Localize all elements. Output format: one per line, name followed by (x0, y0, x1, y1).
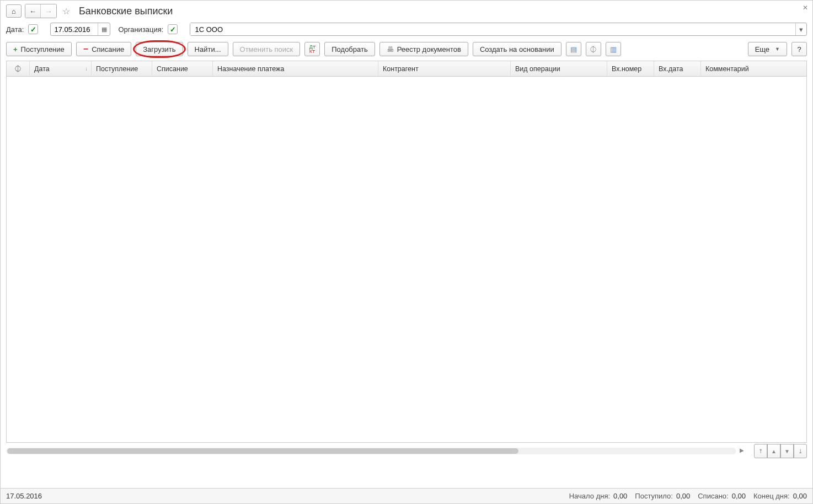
date-field[interactable]: ▦ (50, 23, 110, 36)
cancel-search-label: Отменить поиск (240, 45, 293, 53)
organization-field[interactable]: ▾ (190, 23, 807, 36)
scroll-right-icon[interactable]: ▶ (740, 447, 744, 453)
home-button[interactable]: ⌂ (6, 4, 22, 18)
load-label: Загрузить (143, 45, 175, 53)
attach-button[interactable]: ⏀ (586, 42, 601, 56)
arrow-left-icon: ← (29, 7, 36, 15)
begin-value: 0,00 (613, 492, 627, 500)
statements-grid: ⏀ Дата↓ Поступление Списание Назначение … (6, 61, 807, 443)
minus-icon: − (83, 44, 88, 54)
pick-button[interactable]: Подобрать (324, 42, 375, 56)
outflow-button[interactable]: − Списание (76, 42, 131, 56)
grid-body (7, 77, 806, 442)
outflow-label: Списание (92, 45, 124, 53)
plus-icon: + (13, 45, 18, 53)
chevron-down-icon[interactable]: ▾ (795, 23, 806, 35)
chevron-down-icon: ▼ (775, 46, 780, 52)
col-comment[interactable]: Комментарий (701, 61, 806, 76)
in-value: 0,00 (676, 492, 690, 500)
page-title: Банковские выписки (79, 6, 173, 17)
end-value: 0,00 (793, 492, 807, 500)
in-label: Поступило: (635, 492, 673, 500)
date-input[interactable] (51, 25, 98, 34)
back-button[interactable]: ← (25, 4, 41, 18)
col-purpose[interactable]: Назначение платежа (213, 61, 378, 76)
inflow-label: Поступление (21, 45, 65, 53)
page-button[interactable]: ▤ (566, 42, 581, 56)
list-button[interactable]: ▥ (606, 42, 621, 56)
dtkt-icon: ДᴛКᴛ (309, 45, 315, 53)
more-button[interactable]: Еще ▼ (748, 42, 787, 56)
forward-button[interactable]: → (41, 4, 56, 18)
col-op-type[interactable]: Вид операции (511, 61, 607, 76)
col-in-number[interactable]: Вх.номер (607, 61, 654, 76)
end-label: Конец дня: (753, 492, 790, 500)
favorite-star-icon[interactable]: ☆ (62, 6, 70, 17)
paperclip-icon: ⏀ (590, 45, 597, 53)
status-date: 17.05.2016 (6, 492, 42, 500)
help-icon: ? (797, 45, 801, 53)
out-label: Списано: (698, 492, 728, 500)
scroll-down-button[interactable]: ▼ (780, 444, 794, 458)
arrow-right-icon: → (45, 7, 52, 15)
col-in-date[interactable]: Вх.дата (654, 61, 701, 76)
cancel-search-button[interactable]: Отменить поиск (233, 42, 301, 56)
horizontal-scrollbar[interactable]: ▶ (6, 448, 736, 454)
date-filter-label: Дата: (6, 25, 24, 34)
scrollbar-thumb[interactable] (7, 448, 518, 454)
org-filter-label: Организация: (118, 25, 163, 34)
page-icon: ▤ (570, 45, 577, 53)
out-value: 0,00 (732, 492, 746, 500)
registry-button[interactable]: 🖶 Реестр документов (379, 42, 468, 56)
find-label: Найти... (195, 45, 221, 53)
create-based-button[interactable]: Создать на основании (473, 42, 561, 56)
scroll-bottom-button[interactable]: ⤓ (794, 444, 807, 458)
col-inflow[interactable]: Поступление (92, 61, 152, 76)
col-date[interactable]: Дата↓ (30, 61, 92, 76)
scroll-up-button[interactable]: ▲ (767, 444, 780, 458)
create-based-label: Создать на основании (480, 45, 554, 53)
organization-input[interactable] (190, 23, 795, 35)
calendar-icon[interactable]: ▦ (98, 23, 110, 35)
col-outflow[interactable]: Списание (152, 61, 213, 76)
home-icon: ⌂ (12, 7, 16, 15)
status-bar: 17.05.2016 Начало дня:0,00 Поступило:0,0… (1, 488, 812, 503)
pick-label: Подобрать (331, 45, 367, 53)
grid-header: ⏀ Дата↓ Поступление Списание Назначение … (7, 61, 806, 77)
col-attach[interactable]: ⏀ (7, 61, 30, 76)
print-icon: 🖶 (387, 45, 394, 53)
dtkt-button[interactable]: ДᴛКᴛ (304, 42, 320, 56)
find-button[interactable]: Найти... (188, 42, 228, 56)
help-button[interactable]: ? (791, 42, 807, 56)
scroll-top-button[interactable]: ⤒ (754, 444, 767, 458)
sort-down-icon: ↓ (85, 66, 88, 72)
registry-label: Реестр документов (397, 45, 461, 53)
org-filter-checkbox[interactable]: ✓ (168, 24, 178, 34)
close-icon[interactable]: ✕ (803, 4, 808, 12)
date-filter-checkbox[interactable]: ✓ (28, 24, 38, 34)
begin-label: Начало дня: (569, 492, 610, 500)
list-icon: ▥ (610, 45, 617, 53)
more-label: Еще (755, 45, 769, 53)
load-button[interactable]: Загрузить (136, 42, 183, 56)
col-counterparty[interactable]: Контрагент (378, 61, 511, 76)
inflow-button[interactable]: + Поступление (6, 42, 72, 56)
